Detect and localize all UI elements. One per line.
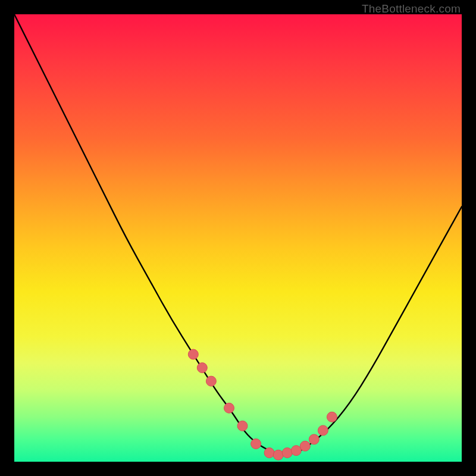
chart-plot-area [14,14,462,462]
attribution-text: TheBottleneck.com [362,2,461,15]
